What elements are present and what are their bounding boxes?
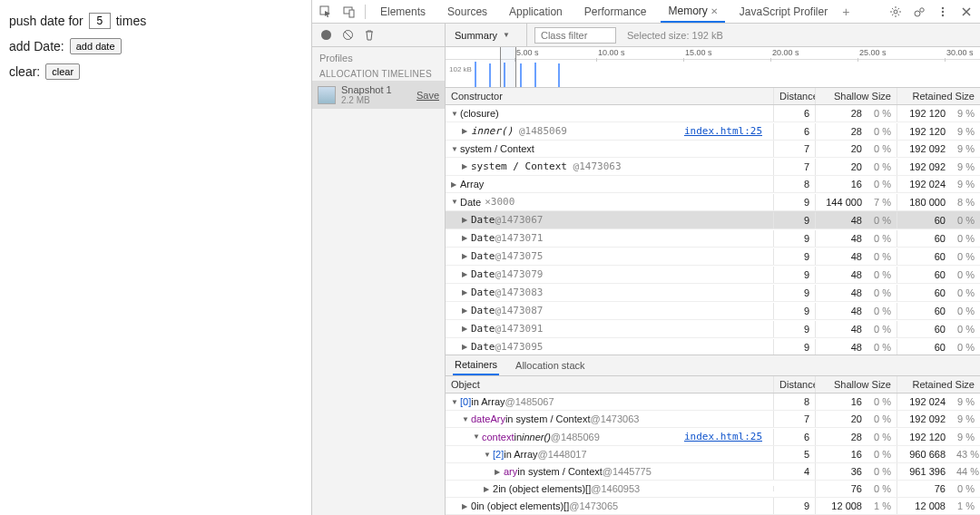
tab-application[interactable]: Application (502, 2, 570, 22)
retainers-body[interactable]: ▼[0] in Array @14850678160 %192 0249 % ▼… (446, 394, 980, 515)
profiles-pane: Profiles ALLOCATION TIMELINES Snapshot 1… (312, 24, 446, 515)
constructors-table: Constructor Distance Shallow Size Retain… (446, 88, 980, 515)
push-label-a: push date for (9, 14, 83, 28)
close-devtools-icon[interactable] (958, 4, 975, 20)
table-row: ▶0 in (object elements)[] @1473065912 00… (446, 498, 980, 515)
clear-button[interactable]: clear (45, 63, 80, 80)
tab-jsprofiler[interactable]: JavaScript Profiler (732, 2, 835, 22)
col-distance[interactable]: Distance (773, 88, 815, 104)
push-label-b: times (116, 14, 146, 28)
add-date-label: add Date: (9, 39, 64, 53)
chevron-down-icon: ▼ (503, 31, 510, 39)
table-row: ▶ary in system / Context @14457754360 %9… (446, 463, 980, 481)
selected-size-label: Selected size: 192 kB (627, 30, 723, 41)
table-row: ▼[2] in Array @14480175160 %960 66843 % (446, 446, 980, 463)
whatsnew-icon[interactable] (911, 4, 927, 20)
col-retained-2[interactable]: Retained Size (897, 376, 980, 393)
svg-rect-2 (349, 10, 354, 17)
view-dropdown[interactable]: Summary▼ (446, 24, 527, 46)
retainers-tabs: Retainers Allocation stack (446, 355, 980, 376)
table-row: ▼(closure)6280 %192 1209 % (446, 105, 980, 122)
record-icon[interactable] (319, 29, 332, 42)
col-object[interactable]: Object (446, 376, 773, 393)
chevron-right-icon[interactable]: ▶ (451, 180, 458, 189)
memory-toolbar: Summary▼ Selected size: 192 kB (446, 24, 980, 47)
page-content: push date for times add Date: add date c… (0, 0, 311, 515)
add-tab-icon[interactable]: + (842, 5, 849, 19)
snapshot-name: Snapshot 1 (341, 84, 411, 95)
clear-label: clear: (9, 64, 40, 79)
table-row: ▶Array8160 %192 0249 % (446, 176, 980, 193)
delete-icon[interactable] (363, 29, 376, 42)
svg-point-3 (894, 10, 897, 14)
devtools-tabbar: Elements Sources Application Performance… (312, 0, 980, 24)
class-filter-input[interactable] (534, 27, 616, 44)
allocation-timeline[interactable]: 5.00 s 10.00 s 15.00 s 20.00 s 25.00 s 3… (446, 47, 980, 88)
more-icon[interactable] (935, 4, 951, 20)
snapshot-icon (318, 86, 336, 104)
col-constructor[interactable]: Constructor (446, 88, 773, 104)
snapshot-save-link[interactable]: Save (416, 90, 439, 101)
chevron-down-icon[interactable]: ▼ (451, 110, 458, 118)
table-row: ▶system / Context @14730637200 %192 0929… (446, 158, 980, 176)
device-toggle-icon[interactable] (341, 4, 358, 20)
table-row[interactable]: ▶Date @14730959480 %600 % (446, 338, 980, 355)
add-date-button[interactable]: add date (70, 38, 122, 54)
chevron-right-icon[interactable]: ▶ (462, 288, 469, 296)
profiles-subheading: ALLOCATION TIMELINES (312, 65, 445, 81)
chevron-right-icon[interactable]: ▶ (462, 162, 469, 170)
table-row: ▼system / Context7200 %192 0929 % (446, 141, 980, 158)
table-row[interactable]: ▶Date @14730719480 %600 % (446, 229, 980, 248)
timeline-ylabel: 102 kB (449, 65, 472, 73)
clear-profiles-icon[interactable] (341, 29, 354, 42)
tab-performance[interactable]: Performance (577, 2, 654, 22)
close-icon[interactable]: ✕ (710, 6, 718, 16)
col-distance-2[interactable]: Distance (773, 376, 815, 393)
svg-point-7 (942, 10, 944, 12)
chevron-right-icon[interactable]: ▶ (462, 252, 469, 260)
table-row[interactable]: ▶Date @14730919480 %600 % (446, 320, 980, 338)
inspect-icon[interactable] (318, 4, 334, 20)
svg-point-4 (915, 11, 920, 16)
chevron-right-icon[interactable]: ▶ (462, 270, 469, 278)
table-row: ▶inner() @1485069index.html:256280 %192 … (446, 122, 980, 141)
devtools-window: Elements Sources Application Performance… (311, 0, 980, 515)
chevron-down-icon[interactable]: ▼ (451, 198, 458, 206)
constructors-body[interactable]: ▼(closure)6280 %192 1209 % ▶inner() @148… (446, 105, 980, 355)
push-times-input[interactable] (89, 13, 111, 29)
table-row: ▼dateAry in system / Context @1473063720… (446, 411, 980, 428)
chevron-right-icon[interactable]: ▶ (462, 216, 469, 224)
svg-point-6 (942, 6, 944, 8)
table-row: ▼context in inner() @1485069index.html:2… (446, 428, 980, 446)
chevron-right-icon[interactable]: ▶ (462, 325, 469, 333)
chevron-right-icon[interactable]: ▶ (462, 234, 469, 242)
table-row[interactable]: ▶Date @14730679480 %600 % (446, 211, 980, 229)
tab-allocation-stack[interactable]: Allocation stack (514, 356, 586, 374)
chevron-right-icon[interactable]: ▶ (462, 343, 469, 351)
source-link[interactable]: index.html:25 (684, 125, 762, 137)
snapshot-size: 2.2 MB (341, 95, 411, 105)
source-link[interactable]: index.html:25 (684, 431, 762, 442)
table-row[interactable]: ▶Date @14730799480 %600 % (446, 266, 980, 284)
tab-elements[interactable]: Elements (373, 2, 433, 22)
table-row[interactable]: ▶Date @14730839480 %600 % (446, 284, 980, 302)
settings-icon[interactable] (887, 4, 904, 20)
chevron-right-icon[interactable]: ▶ (462, 306, 469, 315)
chevron-right-icon[interactable]: ▶ (462, 127, 469, 135)
chevron-down-icon[interactable]: ▼ (451, 145, 458, 153)
svg-point-8 (942, 14, 944, 15)
col-shallow-2[interactable]: Shallow Size (815, 376, 897, 393)
table-row[interactable]: ▶Date @14730759480 %600 % (446, 248, 980, 266)
svg-point-5 (920, 7, 924, 11)
table-row: ▶2 in (object elements)[] @1460953760 %7… (446, 481, 980, 498)
col-shallow[interactable]: Shallow Size (815, 88, 897, 104)
tab-memory[interactable]: Memory✕ (661, 1, 724, 23)
tab-sources[interactable]: Sources (440, 2, 495, 22)
profiles-heading: Profiles (312, 47, 445, 65)
tab-retainers[interactable]: Retainers (453, 355, 499, 375)
table-row: ▼[0] in Array @14850678160 %192 0249 % (446, 394, 980, 411)
table-row[interactable]: ▶Date @14730879480 %600 % (446, 302, 980, 320)
col-retained[interactable]: Retained Size (897, 88, 980, 104)
memory-pane: Summary▼ Selected size: 192 kB 5.00 s 10… (446, 24, 980, 515)
snapshot-row[interactable]: Snapshot 1 2.2 MB Save (312, 81, 445, 109)
